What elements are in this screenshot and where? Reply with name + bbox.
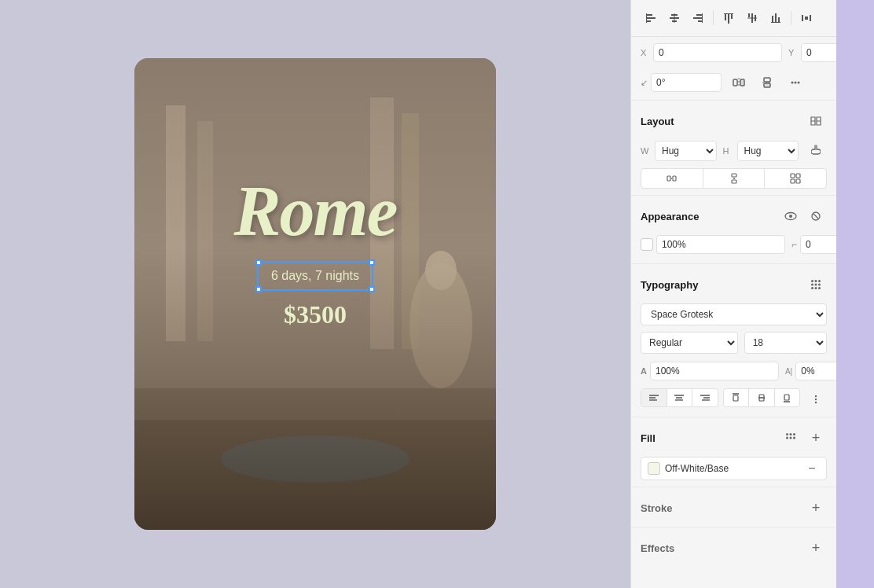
svg-rect-24 xyxy=(728,14,729,24)
svg-point-93 xyxy=(793,433,795,435)
design-card[interactable]: Rome 6 days, 7 nights $3500 xyxy=(134,58,496,530)
align-left-button[interactable] xyxy=(641,8,661,28)
svg-rect-34 xyxy=(771,22,780,23)
distribute-h-button[interactable] xyxy=(796,8,817,28)
layout-horizontal-button[interactable] xyxy=(641,169,703,188)
subtitle-container[interactable]: 6 days, 7 nights xyxy=(257,261,373,291)
resize-handle-tl[interactable] xyxy=(255,259,262,266)
font-family-select[interactable]: Space Grotesk Inter Roboto xyxy=(641,303,827,325)
text-align-right-button[interactable] xyxy=(692,389,718,406)
flip-v-icon xyxy=(762,77,773,88)
width-select[interactable]: Hug Fill Fixed xyxy=(655,141,717,161)
subtitle-text: 6 days, 7 nights xyxy=(271,269,359,282)
fill-value-row[interactable]: Off-White/Base − xyxy=(641,457,827,480)
rotation-input[interactable] xyxy=(651,73,722,92)
y-input[interactable] xyxy=(801,43,836,62)
svg-rect-54 xyxy=(796,174,800,178)
svg-rect-12 xyxy=(646,17,656,19)
typography-grid-button[interactable] xyxy=(805,274,827,296)
svg-point-88 xyxy=(815,395,817,397)
height-label: H xyxy=(723,146,734,156)
svg-point-62 xyxy=(818,280,821,282)
typography-header: Typography xyxy=(641,274,827,296)
svg-point-60 xyxy=(811,280,813,282)
letter-spacing-input[interactable] xyxy=(650,362,779,380)
svg-point-95 xyxy=(790,437,792,439)
svg-point-68 xyxy=(818,287,821,289)
canvas: Rome 6 days, 7 nights $3500 xyxy=(0,0,630,588)
stroke-title: Stroke xyxy=(641,502,672,514)
clip-button[interactable] xyxy=(805,205,827,227)
svg-point-46 xyxy=(798,82,800,84)
align-center-h-button[interactable] xyxy=(664,8,685,28)
align-bottom-button[interactable] xyxy=(766,8,786,28)
x-input[interactable] xyxy=(653,43,782,62)
separator-2 xyxy=(791,11,791,25)
svg-rect-83 xyxy=(733,395,738,401)
corner-field: ⌐ xyxy=(791,235,836,254)
more-options-button[interactable] xyxy=(784,72,806,94)
text-valign-top-button[interactable] xyxy=(724,389,749,406)
layout-section: Layout W Hug Fill Fixed H Hug Fil xyxy=(631,100,836,195)
typography-grid-icon xyxy=(810,279,821,290)
effects-header: Effects + xyxy=(641,537,827,559)
svg-rect-25 xyxy=(731,14,733,19)
layout-grid-button[interactable] xyxy=(764,169,826,188)
opacity-swatch xyxy=(641,238,653,251)
align-top-button[interactable] xyxy=(718,8,739,28)
effects-add-button[interactable]: + xyxy=(805,537,827,559)
svg-rect-35 xyxy=(802,15,803,21)
layout-expand-button[interactable] xyxy=(805,110,827,132)
align-bottom-icon xyxy=(770,13,781,24)
line-height-input[interactable] xyxy=(795,362,836,380)
width-label: W xyxy=(641,146,652,156)
stroke-add-button[interactable]: + xyxy=(805,497,827,519)
fill-add-button[interactable]: + xyxy=(805,427,827,449)
fill-remove-button[interactable]: − xyxy=(804,461,820,476)
font-size-select[interactable]: 18 16 20 24 xyxy=(744,332,827,354)
fill-grid-button[interactable] xyxy=(780,427,802,449)
typography-section: Typography Space Grotesk Inter xyxy=(631,263,836,417)
price-text: $3500 xyxy=(284,300,347,329)
y-field: Y xyxy=(788,43,836,62)
svg-point-58 xyxy=(789,215,792,218)
svg-point-63 xyxy=(811,284,813,286)
text-align-left-icon xyxy=(649,394,659,402)
y-label: Y xyxy=(788,48,798,57)
svg-rect-14 xyxy=(646,13,647,23)
properties-panel: X Y ↙ xyxy=(630,0,836,588)
text-options-button[interactable] xyxy=(805,388,827,410)
svg-rect-50 xyxy=(732,174,736,177)
height-select[interactable]: Hug Fill Fixed xyxy=(737,141,799,161)
align-center-v-button[interactable] xyxy=(742,8,762,28)
letter-spacing-icon: A xyxy=(641,366,647,376)
svg-rect-38 xyxy=(733,79,737,86)
appearance-section: Appearance xyxy=(631,195,836,263)
resize-handle-bl[interactable] xyxy=(255,286,262,292)
layout-vertical-button[interactable] xyxy=(703,169,765,188)
text-valign-bottom-button[interactable] xyxy=(774,389,800,406)
text-valign-top-icon xyxy=(731,393,740,402)
svg-rect-41 xyxy=(764,78,770,82)
flip-v-button[interactable] xyxy=(756,72,778,94)
text-align-center-button[interactable] xyxy=(667,389,692,406)
opacity-input[interactable] xyxy=(656,235,785,254)
layout-mode-buttons xyxy=(641,168,827,189)
font-weight-select[interactable]: Regular Medium Bold xyxy=(641,332,738,354)
corner-radius-input[interactable] xyxy=(800,235,836,254)
visibility-button[interactable] xyxy=(780,205,802,227)
align-right-icon xyxy=(692,13,703,24)
fill-color-swatch[interactable] xyxy=(648,462,660,475)
flip-h-button[interactable] xyxy=(728,72,750,94)
eye-icon xyxy=(784,211,797,222)
text-align-left-button[interactable] xyxy=(641,389,667,406)
resize-handle-tr[interactable] xyxy=(369,259,375,266)
text-valign-middle-button[interactable] xyxy=(748,389,774,406)
svg-rect-30 xyxy=(747,18,757,19)
link-dimensions-button[interactable] xyxy=(805,140,827,162)
svg-point-90 xyxy=(815,402,817,403)
separator-1 xyxy=(713,11,714,25)
align-right-button[interactable] xyxy=(688,8,708,28)
resize-handle-br[interactable] xyxy=(369,286,375,292)
svg-point-91 xyxy=(786,433,788,435)
